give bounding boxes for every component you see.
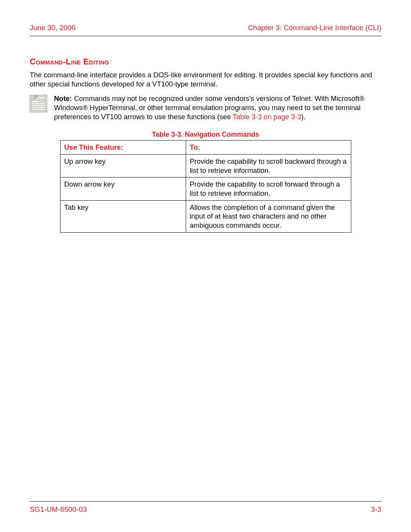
page-header: June 30, 2006 Chapter 3: Command-Line In… xyxy=(30,24,381,36)
note-text: Note: Commands may not be recognized und… xyxy=(54,94,381,121)
footer-rule xyxy=(30,501,381,502)
table-header-row: Use This Feature: To: xyxy=(60,141,351,155)
table-header-to: To: xyxy=(186,141,351,155)
header-date: June 30, 2006 xyxy=(30,24,75,32)
page-footer: SG1-UM-8500-03 3-3 xyxy=(30,501,381,514)
cell-feature: Up arrow key xyxy=(60,154,186,177)
header-chapter: Chapter 3: Command-Line Interface (CLI) xyxy=(248,24,381,32)
cell-to: Provide the capability to scroll forward… xyxy=(186,177,351,200)
cell-to: Allows the completion of a command given… xyxy=(186,200,351,232)
table-header-feature: Use This Feature: xyxy=(60,141,186,155)
table-caption: Table 3-3. Navigation Commands xyxy=(30,131,381,139)
note-body-before: Commands may not be recognized under som… xyxy=(54,94,365,121)
note-body-after: ). xyxy=(301,113,306,121)
cell-to: Provide the capability to scroll backwar… xyxy=(186,154,351,177)
navigation-commands-table: Use This Feature: To: Up arrow key Provi… xyxy=(60,140,351,232)
footer-doc-id: SG1-UM-8500-03 xyxy=(30,505,87,514)
note-block: Note: Commands may not be recognized und… xyxy=(30,94,381,121)
note-label: Note: xyxy=(54,94,72,102)
note-icon xyxy=(30,94,47,112)
section-intro: The command-line interface provides a DO… xyxy=(30,70,381,89)
section-title: Command-Line Editing xyxy=(30,57,381,67)
footer-page-number: 3-3 xyxy=(371,505,381,514)
table-xref-link[interactable]: Table 3-3 on page 3-3 xyxy=(233,113,301,121)
table-row: Down arrow key Provide the capability to… xyxy=(60,177,351,200)
header-rule xyxy=(30,36,381,36)
table-row: Tab key Allows the completion of a comma… xyxy=(60,200,351,232)
cell-feature: Tab key xyxy=(60,200,186,232)
table-row: Up arrow key Provide the capability to s… xyxy=(60,154,351,177)
cell-feature: Down arrow key xyxy=(60,177,186,200)
